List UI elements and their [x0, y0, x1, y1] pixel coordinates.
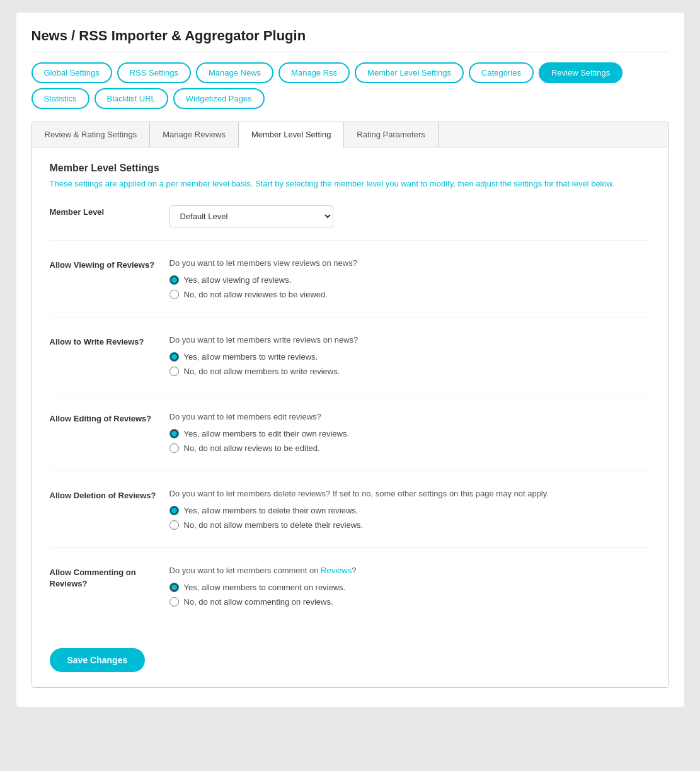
- tab-manage-reviews[interactable]: Manage Reviews: [150, 122, 239, 147]
- setting-field-allow-deletion: Do you want to let members delete review…: [169, 489, 651, 535]
- nav-btn-global-settings[interactable]: Global Settings: [32, 62, 112, 83]
- member-level-select[interactable]: Default LevelLevel 1Level 2Level 3: [169, 205, 333, 227]
- radio-label-comment-yes: Yes, allow members to comment on reviews…: [184, 583, 346, 592]
- nav-btn-categories[interactable]: Categories: [469, 62, 534, 83]
- nav-btn-manage-news[interactable]: Manage News: [196, 62, 273, 83]
- radio-option-view-yes: Yes, allow viewing of reviews.: [169, 275, 651, 285]
- radio-option-edit-yes: Yes, allow members to edit their own rev…: [169, 429, 651, 438]
- tabs-bar: Review & Rating SettingsManage ReviewsMe…: [32, 122, 668, 147]
- content-box: Review & Rating SettingsManage ReviewsMe…: [32, 122, 669, 688]
- radio-option-delete-no: No, do not allow members to delete their…: [169, 520, 651, 530]
- radio-label-edit-no: No, do not allow reviews to be edited.: [184, 443, 320, 453]
- radio-view-no[interactable]: [169, 290, 179, 299]
- setting-label-allow-editing: Allow Editing of Reviews?: [50, 412, 169, 425]
- save-row: Save Changes: [50, 642, 651, 672]
- nav-btn-review-settings[interactable]: Review Settings: [539, 62, 623, 83]
- member-level-field: Default LevelLevel 1Level 2Level 3: [169, 205, 651, 227]
- radio-label-delete-yes: Yes, allow members to delete their own r…: [184, 506, 359, 515]
- setting-label-allow-commenting: Allow Commenting on Reviews?: [50, 566, 169, 590]
- nav-btn-manage-rss[interactable]: Manage Rss: [278, 62, 350, 83]
- radio-option-write-no: No, do not allow members to write review…: [169, 367, 651, 376]
- radio-option-delete-yes: Yes, allow members to delete their own r…: [169, 506, 651, 515]
- nav-btn-widgetized-pages[interactable]: Widgetized Pages: [173, 88, 265, 109]
- setting-label-allow-writing: Allow to Write Reviews?: [50, 335, 169, 348]
- radio-label-view-yes: Yes, allow viewing of reviews.: [184, 275, 292, 285]
- section-desc-highlight: then adjust the settings: [456, 179, 542, 188]
- nav-buttons: Global SettingsRSS SettingsManage NewsMa…: [32, 62, 669, 109]
- section-title: Member Level Settings: [50, 163, 651, 174]
- nav-btn-statistics[interactable]: Statistics: [32, 88, 89, 109]
- radio-label-comment-no: No, do not allow commenting on reviews.: [184, 597, 333, 607]
- setting-field-allow-writing: Do you want to let members write reviews…: [169, 335, 651, 381]
- page-title: News / RSS Importer & Aggregator Plugin: [32, 28, 669, 52]
- setting-row-allow-writing: Allow to Write Reviews?Do you want to le…: [50, 335, 651, 394]
- radio-option-write-yes: Yes, allow members to write reviews.: [169, 352, 651, 362]
- setting-row-allow-commenting: Allow Commenting on Reviews?Do you want …: [50, 566, 651, 624]
- settings-rows: Allow Viewing of Reviews?Do you want to …: [50, 258, 651, 624]
- setting-field-allow-commenting: Do you want to let members comment on Re…: [169, 566, 651, 612]
- radio-delete-yes[interactable]: [169, 506, 179, 515]
- radio-label-edit-yes: Yes, allow members to edit their own rev…: [184, 429, 350, 438]
- setting-question-allow-editing: Do you want to let members edit reviews?: [169, 412, 651, 421]
- radio-option-comment-no: No, do not allow commenting on reviews.: [169, 597, 651, 607]
- nav-btn-rss-settings[interactable]: RSS Settings: [117, 62, 191, 83]
- radio-option-view-no: No, do not allow reviewes to be viewed.: [169, 290, 651, 299]
- radio-label-delete-no: No, do not allow members to delete their…: [184, 520, 364, 530]
- tab-review-rating-settings[interactable]: Review & Rating Settings: [32, 122, 151, 147]
- setting-row-allow-deletion: Allow Deletion of Reviews?Do you want to…: [50, 489, 651, 548]
- member-level-label: Member Level: [50, 205, 169, 218]
- member-level-row: Member Level Default LevelLevel 1Level 2…: [50, 205, 651, 241]
- section-desc-text1: These settings are applied on a per memb…: [50, 179, 456, 188]
- radio-label-write-no: No, do not allow members to write review…: [184, 367, 340, 376]
- radio-label-view-no: No, do not allow reviewes to be viewed.: [184, 290, 328, 299]
- setting-row-allow-editing: Allow Editing of Reviews?Do you want to …: [50, 412, 651, 471]
- radio-comment-yes[interactable]: [169, 583, 179, 592]
- setting-question-allow-viewing: Do you want to let members view reviews …: [169, 258, 651, 268]
- tab-member-level-setting[interactable]: Member Level Setting: [239, 122, 344, 147]
- radio-write-no[interactable]: [169, 367, 179, 376]
- setting-question-allow-commenting: Do you want to let members comment on Re…: [169, 566, 651, 575]
- setting-field-allow-viewing: Do you want to let members view reviews …: [169, 258, 651, 304]
- radio-comment-no[interactable]: [169, 597, 179, 607]
- section-desc-text2: for that level below.: [542, 179, 614, 188]
- radio-edit-no[interactable]: [169, 443, 179, 453]
- content-inner: Member Level Settings These settings are…: [32, 147, 668, 687]
- page-wrapper: News / RSS Importer & Aggregator Plugin …: [16, 13, 684, 707]
- tab-rating-parameters[interactable]: Rating Parameters: [344, 122, 438, 147]
- setting-label-allow-viewing: Allow Viewing of Reviews?: [50, 258, 169, 271]
- radio-option-comment-yes: Yes, allow members to comment on reviews…: [169, 583, 651, 592]
- radio-write-yes[interactable]: [169, 352, 179, 362]
- radio-option-edit-no: No, do not allow reviews to be edited.: [169, 443, 651, 453]
- radio-edit-yes[interactable]: [169, 429, 179, 438]
- setting-field-allow-editing: Do you want to let members edit reviews?…: [169, 412, 651, 458]
- section-desc: These settings are applied on a per memb…: [50, 178, 651, 190]
- setting-question-allow-writing: Do you want to let members write reviews…: [169, 335, 651, 345]
- radio-view-yes[interactable]: [169, 275, 179, 285]
- setting-question-allow-deletion: Do you want to let members delete review…: [169, 489, 651, 498]
- save-button[interactable]: Save Changes: [50, 648, 146, 672]
- radio-label-write-yes: Yes, allow members to write reviews.: [184, 352, 318, 362]
- nav-btn-blacklist-url[interactable]: Blacklist URL: [95, 88, 168, 109]
- nav-btn-member-level-settings[interactable]: Member Level Settings: [355, 62, 464, 83]
- radio-delete-no[interactable]: [169, 520, 179, 530]
- setting-label-allow-deletion: Allow Deletion of Reviews?: [50, 489, 169, 501]
- setting-row-allow-viewing: Allow Viewing of Reviews?Do you want to …: [50, 258, 651, 317]
